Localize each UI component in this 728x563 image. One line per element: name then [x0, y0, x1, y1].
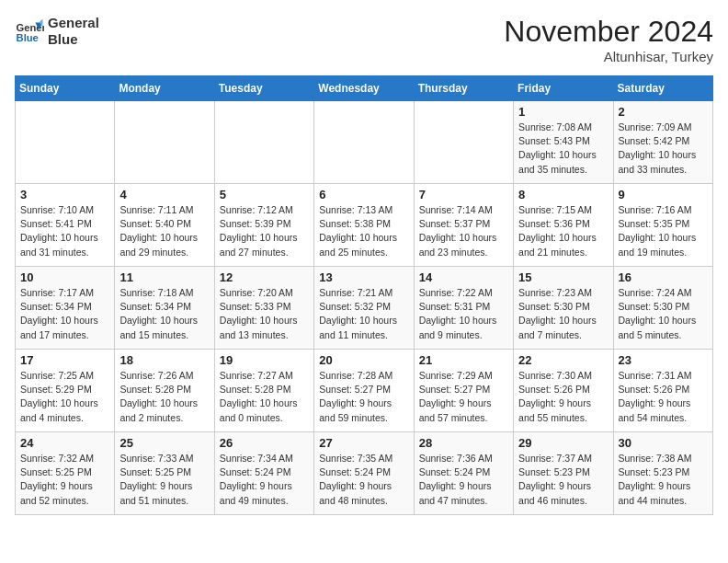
day-info: Sunrise: 7:22 AMSunset: 5:31 PMDaylight:…	[419, 286, 508, 342]
day-info: Sunrise: 7:27 AMSunset: 5:28 PMDaylight:…	[220, 369, 309, 425]
day-number: 18	[119, 353, 209, 367]
day-number: 21	[419, 353, 508, 367]
day-info: Sunrise: 7:23 AMSunset: 5:30 PMDaylight:…	[518, 286, 608, 342]
day-number: 26	[220, 436, 309, 450]
day-info: Sunrise: 7:37 AMSunset: 5:23 PMDaylight:…	[518, 452, 608, 508]
calendar-cell: 7Sunrise: 7:14 AMSunset: 5:37 PMDaylight…	[414, 184, 513, 267]
day-info: Sunrise: 7:35 AMSunset: 5:24 PMDaylight:…	[319, 452, 408, 508]
day-number: 22	[518, 353, 608, 367]
day-number: 7	[419, 188, 508, 201]
day-info: Sunrise: 7:15 AMSunset: 5:36 PMDaylight:…	[518, 203, 608, 259]
calendar-cell: 28Sunrise: 7:36 AMSunset: 5:24 PMDayligh…	[414, 432, 513, 515]
day-info: Sunrise: 7:09 AMSunset: 5:42 PMDaylight:…	[619, 121, 708, 177]
calendar-cell: 30Sunrise: 7:38 AMSunset: 5:23 PMDayligh…	[613, 432, 712, 515]
weekday-header-thursday: Thursday	[414, 76, 513, 101]
day-info: Sunrise: 7:26 AMSunset: 5:28 PMDaylight:…	[119, 369, 209, 425]
day-info: Sunrise: 7:24 AMSunset: 5:30 PMDaylight:…	[619, 286, 708, 342]
calendar-cell: 1Sunrise: 7:08 AMSunset: 5:43 PMDaylight…	[514, 101, 613, 184]
calendar-cell: 14Sunrise: 7:22 AMSunset: 5:31 PMDayligh…	[414, 267, 513, 350]
day-info: Sunrise: 7:33 AMSunset: 5:25 PMDaylight:…	[119, 452, 209, 508]
day-number: 10	[20, 270, 109, 284]
calendar-cell: 16Sunrise: 7:24 AMSunset: 5:30 PMDayligh…	[613, 267, 712, 350]
calendar-cell	[314, 101, 414, 184]
day-number: 15	[518, 270, 608, 284]
calendar-cell: 22Sunrise: 7:30 AMSunset: 5:26 PMDayligh…	[514, 350, 613, 432]
day-number: 23	[619, 353, 708, 367]
calendar-cell: 27Sunrise: 7:35 AMSunset: 5:24 PMDayligh…	[314, 432, 414, 515]
calendar-cell: 20Sunrise: 7:28 AMSunset: 5:27 PMDayligh…	[314, 350, 414, 432]
day-number: 6	[319, 188, 408, 201]
calendar-cell: 15Sunrise: 7:23 AMSunset: 5:30 PMDayligh…	[514, 267, 613, 350]
weekday-header-row: SundayMondayTuesdayWednesdayThursdayFrid…	[16, 76, 713, 101]
day-number: 19	[220, 353, 309, 367]
day-number: 13	[319, 270, 408, 284]
weekday-header-friday: Friday	[514, 76, 613, 101]
calendar-cell: 29Sunrise: 7:37 AMSunset: 5:23 PMDayligh…	[514, 432, 613, 515]
day-info: Sunrise: 7:30 AMSunset: 5:26 PMDaylight:…	[518, 369, 608, 425]
calendar-cell: 3Sunrise: 7:10 AMSunset: 5:41 PMDaylight…	[16, 184, 115, 267]
calendar-cell	[414, 101, 513, 184]
calendar-cell: 23Sunrise: 7:31 AMSunset: 5:26 PMDayligh…	[613, 350, 712, 432]
day-number: 27	[319, 436, 408, 450]
month-title: November 2024	[504, 15, 713, 49]
day-number: 2	[619, 105, 708, 119]
day-info: Sunrise: 7:29 AMSunset: 5:27 PMDaylight:…	[419, 369, 508, 425]
day-number: 11	[119, 270, 209, 284]
week-row-1: 1Sunrise: 7:08 AMSunset: 5:43 PMDaylight…	[16, 101, 713, 184]
calendar-cell	[214, 101, 313, 184]
calendar-cell: 11Sunrise: 7:18 AMSunset: 5:34 PMDayligh…	[115, 267, 214, 350]
logo-icon: General Blue	[15, 17, 44, 46]
weekday-header-tuesday: Tuesday	[214, 76, 313, 101]
calendar-cell: 10Sunrise: 7:17 AMSunset: 5:34 PMDayligh…	[16, 267, 115, 350]
calendar-cell: 25Sunrise: 7:33 AMSunset: 5:25 PMDayligh…	[115, 432, 214, 515]
day-number: 16	[619, 270, 708, 284]
day-info: Sunrise: 7:18 AMSunset: 5:34 PMDaylight:…	[119, 286, 209, 342]
day-number: 5	[220, 188, 309, 201]
week-row-4: 17Sunrise: 7:25 AMSunset: 5:29 PMDayligh…	[16, 350, 713, 432]
logo: General Blue General Blue	[15, 15, 99, 48]
day-info: Sunrise: 7:21 AMSunset: 5:32 PMDaylight:…	[319, 286, 408, 342]
calendar-cell: 12Sunrise: 7:20 AMSunset: 5:33 PMDayligh…	[214, 267, 313, 350]
weekday-header-monday: Monday	[115, 76, 214, 101]
day-info: Sunrise: 7:10 AMSunset: 5:41 PMDaylight:…	[20, 203, 109, 259]
day-info: Sunrise: 7:16 AMSunset: 5:35 PMDaylight:…	[619, 203, 708, 259]
day-number: 12	[220, 270, 309, 284]
week-row-3: 10Sunrise: 7:17 AMSunset: 5:34 PMDayligh…	[16, 267, 713, 350]
weekday-header-saturday: Saturday	[613, 76, 712, 101]
calendar-cell: 18Sunrise: 7:26 AMSunset: 5:28 PMDayligh…	[115, 350, 214, 432]
day-info: Sunrise: 7:11 AMSunset: 5:40 PMDaylight:…	[119, 203, 209, 259]
calendar-cell: 8Sunrise: 7:15 AMSunset: 5:36 PMDaylight…	[514, 184, 613, 267]
title-area: November 2024 Altunhisar, Turkey	[504, 15, 713, 64]
day-number: 24	[20, 436, 109, 450]
day-number: 3	[20, 188, 109, 201]
calendar-cell: 2Sunrise: 7:09 AMSunset: 5:42 PMDaylight…	[613, 101, 712, 184]
day-info: Sunrise: 7:08 AMSunset: 5:43 PMDaylight:…	[518, 121, 608, 177]
week-row-2: 3Sunrise: 7:10 AMSunset: 5:41 PMDaylight…	[16, 184, 713, 267]
week-row-5: 24Sunrise: 7:32 AMSunset: 5:25 PMDayligh…	[16, 432, 713, 515]
day-info: Sunrise: 7:28 AMSunset: 5:27 PMDaylight:…	[319, 369, 408, 425]
day-number: 30	[619, 436, 708, 450]
calendar-cell: 9Sunrise: 7:16 AMSunset: 5:35 PMDaylight…	[613, 184, 712, 267]
weekday-header-wednesday: Wednesday	[314, 76, 414, 101]
day-info: Sunrise: 7:38 AMSunset: 5:23 PMDaylight:…	[619, 452, 708, 508]
calendar-cell: 13Sunrise: 7:21 AMSunset: 5:32 PMDayligh…	[314, 267, 414, 350]
logo-text-general: General	[48, 15, 99, 31]
calendar-cell: 5Sunrise: 7:12 AMSunset: 5:39 PMDaylight…	[214, 184, 313, 267]
day-info: Sunrise: 7:13 AMSunset: 5:38 PMDaylight:…	[319, 203, 408, 259]
calendar-table: SundayMondayTuesdayWednesdayThursdayFrid…	[15, 75, 713, 515]
calendar-cell: 21Sunrise: 7:29 AMSunset: 5:27 PMDayligh…	[414, 350, 513, 432]
day-info: Sunrise: 7:25 AMSunset: 5:29 PMDaylight:…	[20, 369, 109, 425]
day-info: Sunrise: 7:20 AMSunset: 5:33 PMDaylight:…	[220, 286, 309, 342]
day-number: 1	[518, 105, 608, 119]
calendar-cell	[115, 101, 214, 184]
day-info: Sunrise: 7:36 AMSunset: 5:24 PMDaylight:…	[419, 452, 508, 508]
calendar-cell: 24Sunrise: 7:32 AMSunset: 5:25 PMDayligh…	[16, 432, 115, 515]
day-info: Sunrise: 7:14 AMSunset: 5:37 PMDaylight:…	[419, 203, 508, 259]
day-number: 20	[319, 353, 408, 367]
day-number: 28	[419, 436, 508, 450]
calendar-cell	[16, 101, 115, 184]
day-info: Sunrise: 7:12 AMSunset: 5:39 PMDaylight:…	[220, 203, 309, 259]
day-number: 29	[518, 436, 608, 450]
weekday-header-sunday: Sunday	[16, 76, 115, 101]
calendar-cell: 6Sunrise: 7:13 AMSunset: 5:38 PMDaylight…	[314, 184, 414, 267]
